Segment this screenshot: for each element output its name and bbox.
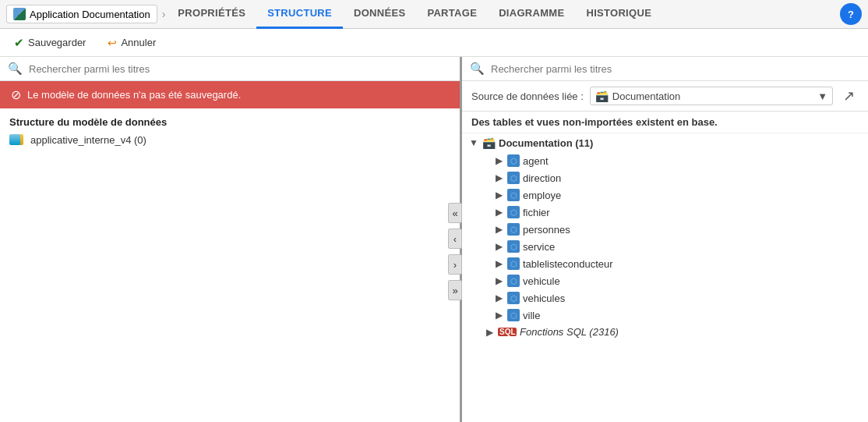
personnes-icon (507, 223, 520, 236)
error-icon: ⊘ (11, 87, 21, 102)
section-title: Structure du modèle de données (0, 108, 460, 131)
fichier-label: fichier (523, 207, 550, 218)
app-icon (13, 8, 26, 20)
service-icon (507, 240, 520, 253)
vehicules-icon (507, 292, 520, 304)
tab-historique[interactable]: HISTORIQUE (575, 0, 662, 29)
db-icon-front (9, 134, 20, 145)
app-title-label: Application Documentation (30, 9, 150, 20)
direction-label: direction (523, 172, 561, 184)
direction-arrow: ▶ (493, 172, 504, 183)
breadcrumb-sep: › (162, 8, 166, 20)
sub-items-container: ▶ agent ▶ direction ▶ employe ▶ (462, 152, 868, 324)
tablelisteconducteur-icon (507, 257, 520, 270)
source-dropdown[interactable]: 🗃️ Documentation ▼ (590, 87, 833, 105)
undo-icon: ↩ (108, 37, 117, 49)
vehicule-arrow: ▶ (493, 275, 504, 286)
vehicules-label: vehicules (523, 293, 565, 304)
tab-diagramme[interactable]: DIAGRAMME (488, 0, 575, 29)
left-panel: 🔍 ⊘ Le modèle de données n'a pas été sau… (0, 57, 462, 422)
employe-icon (507, 189, 520, 201)
ville-icon (507, 309, 520, 321)
service-arrow: ▶ (493, 241, 504, 252)
tree-root-label: applicative_interne_v4 (0) (30, 134, 146, 146)
right-panel: « ‹ › » 🔍 Source de données liée : 🗃️ Do… (462, 57, 868, 422)
tree-item-ville[interactable]: ▶ ville (487, 307, 868, 324)
fichier-arrow: ▶ (493, 207, 504, 218)
ville-arrow: ▶ (493, 310, 504, 321)
employe-arrow: ▶ (493, 190, 504, 200)
tree-item-direction[interactable]: ▶ direction (487, 169, 868, 186)
vehicules-arrow: ▶ (493, 293, 504, 303)
expand-button[interactable]: › (448, 254, 462, 275)
fichier-icon (507, 206, 520, 218)
collapse-all-button[interactable]: « (448, 203, 462, 223)
check-icon: ✔ (14, 36, 24, 50)
tree-item-employe[interactable]: ▶ employe (487, 186, 868, 204)
service-label: service (523, 241, 555, 253)
tab-donnees[interactable]: DONNÉES (343, 0, 416, 29)
left-search-icon: 🔍 (8, 62, 23, 76)
doc-node-label: Documentation (11) (499, 137, 593, 149)
sql-arrow: ▶ (484, 327, 495, 338)
source-label: Source de données liée : (471, 90, 584, 102)
tree-item-tablelisteconducteur[interactable]: ▶ tablelisteconducteur (487, 255, 868, 272)
error-bar: ⊘ Le modèle de données n'a pas été sauve… (0, 81, 460, 108)
agent-arrow: ▶ (493, 155, 504, 166)
right-search-input[interactable] (491, 63, 860, 75)
top-bar: Application Documentation › PROPRIÉTÉS S… (0, 0, 868, 29)
sql-functions-node[interactable]: ▶ SQL Fonctions SQL (2316) (462, 324, 868, 340)
tablelisteconducteur-label: tablelisteconducteur (523, 258, 613, 270)
right-tree: ▼ 🗃️ Documentation (11) ▶ agent ▶ direct… (462, 133, 868, 422)
tree-item-agent[interactable]: ▶ agent (487, 152, 868, 169)
right-search-bar: 🔍 (462, 57, 868, 81)
collapse-button[interactable]: ‹ (448, 229, 462, 249)
expand-all-button[interactable]: » (448, 280, 462, 300)
info-bar: Des tables et vues non-importées existen… (462, 112, 868, 133)
doc-db-icon: 🗃️ (482, 137, 496, 149)
agent-icon (507, 154, 520, 167)
save-button[interactable]: ✔ Sauvegarder (9, 33, 90, 53)
dropdown-arrow-icon: ▼ (817, 90, 827, 102)
vehicule-icon (507, 275, 520, 287)
direction-icon (507, 172, 520, 184)
tree-item-fichier[interactable]: ▶ fichier (487, 204, 868, 221)
source-row: Source de données liée : 🗃️ Documentatio… (462, 81, 868, 112)
left-search-input[interactable] (29, 63, 452, 75)
help-button[interactable]: ? (840, 3, 862, 25)
tree-item-service[interactable]: ▶ service (487, 238, 868, 255)
toolbar: ✔ Sauvegarder ↩ Annuler (0, 29, 868, 57)
error-message: Le modèle de données n'a pas été sauvega… (27, 89, 241, 101)
doc-parent-node[interactable]: ▼ 🗃️ Documentation (11) (462, 133, 868, 152)
agent-label: agent (523, 155, 549, 167)
left-search-bar: 🔍 (0, 57, 460, 81)
navigate-source-button[interactable]: ↗ (839, 86, 859, 106)
tree-item-personnes[interactable]: ▶ personnes (487, 221, 868, 238)
tree-root-item[interactable]: applicative_interne_v4 (0) (0, 131, 460, 148)
tablelisteconducteur-arrow: ▶ (493, 258, 504, 269)
tab-structure[interactable]: STRUCTURE (256, 0, 343, 29)
main-content: 🔍 ⊘ Le modèle de données n'a pas été sau… (0, 57, 868, 422)
tree-item-vehicule[interactable]: ▶ vehicule (487, 272, 868, 289)
tree-item-vehicules[interactable]: ▶ vehicules (487, 289, 868, 307)
sql-icon: SQL (498, 328, 517, 336)
db-compound-icon (9, 133, 26, 146)
tab-partage[interactable]: PARTAGE (416, 0, 488, 29)
tab-proprietes[interactable]: PROPRIÉTÉS (167, 0, 256, 29)
sql-node-label: Fonctions SQL (2316) (520, 326, 619, 338)
personnes-label: personnes (523, 224, 570, 236)
app-title-button[interactable]: Application Documentation (6, 5, 157, 23)
ville-label: ville (523, 310, 540, 321)
employe-label: employe (523, 190, 561, 201)
personnes-arrow: ▶ (493, 224, 504, 235)
right-search-icon: 🔍 (470, 62, 485, 76)
cancel-button[interactable]: ↩ Annuler (103, 34, 161, 52)
doc-expand-arrow: ▼ (468, 137, 479, 148)
source-dropdown-value: Documentation (612, 90, 813, 102)
vehicule-label: vehicule (523, 275, 560, 287)
